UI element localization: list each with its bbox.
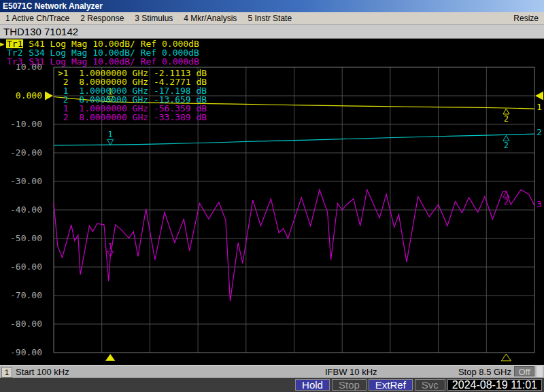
y-axis-label: -70.00	[10, 290, 42, 300]
marker-2-label: 2	[504, 197, 509, 207]
start-frequency-label[interactable]: Start 100 kHz	[16, 366, 69, 378]
y-axis-label: -50.00	[10, 233, 42, 243]
ref-level-arrow-right-icon[interactable]	[535, 92, 543, 101]
menu-item-1[interactable]: 1 Active Ch/Trace	[0, 14, 75, 23]
marker-2-glyph[interactable]	[503, 135, 509, 141]
marker-2-glyph[interactable]	[503, 109, 509, 114]
stimulus-marker-2[interactable]	[501, 354, 511, 361]
marker-2-label: 2	[504, 141, 509, 150]
y-axis-label: -10.00	[10, 119, 42, 129]
marker-1-label: 1	[108, 242, 113, 251]
trace-number-label-3: 3	[537, 199, 542, 209]
sweep-off-button[interactable]: Off	[514, 366, 534, 376]
marker-2-label: 2	[504, 114, 509, 124]
trace-number-label-2: 2	[537, 127, 542, 137]
trace-def-tr3[interactable]: Tr3 S31 Log Mag 10.00dB/ Ref 0.000dB	[0, 57, 199, 66]
title-bar: E5071C Network Analyzer	[0, 0, 544, 12]
instrument-label-bar: THD130 710142	[0, 25, 544, 39]
status-datetime: 2024-08-19 11:01	[447, 379, 542, 391]
y-axis-label: -60.00	[10, 262, 42, 272]
menu-item-2[interactable]: 2 Response	[75, 14, 129, 23]
menu-items: 1 Active Ch/Trace2 Response3 Stimulus4 M…	[0, 14, 297, 23]
trace-definitions: ▶Tr1 S41 Log Mag 10.00dB/ Ref 0.000dB Tr…	[0, 39, 199, 66]
trace-arrow-placeholder	[0, 57, 6, 66]
channel-number[interactable]: 1	[1, 367, 12, 378]
y-axis-label: -40.00	[10, 204, 42, 215]
ref-level-arrow-left-icon[interactable]	[45, 92, 53, 101]
status-bar: 2024-08-19 11:01 HoldStopExtRefSvc	[0, 378, 544, 392]
status-stop: Stop	[332, 379, 367, 391]
menu-item-5[interactable]: 5 Instr State	[242, 14, 297, 23]
status-extref: ExtRef	[369, 379, 413, 391]
application-window: E5071C Network Analyzer 1 Active Ch/Trac…	[0, 0, 544, 392]
resize-button[interactable]: Resize	[508, 14, 544, 23]
screen: 10.000.000-10.00-20.00-30.00-40.00-50.00…	[0, 39, 544, 365]
ifbw-label[interactable]: IFBW 10 kHz	[325, 366, 377, 378]
trace-name: Tr3	[6, 57, 23, 66]
menu-item-3[interactable]: 3 Stimulus	[129, 14, 178, 23]
trace-params: S31 Log Mag 10.00dB/ Ref 0.000dB	[23, 57, 199, 66]
stop-frequency-label[interactable]: Stop 8.5 GHz	[458, 366, 511, 378]
y-axis-label: -80.00	[10, 319, 42, 329]
status-svc: Svc	[415, 379, 445, 391]
y-axis-label: 0.000	[16, 90, 42, 101]
y-axis-label: -20.00	[10, 147, 42, 158]
active-trace-arrow-icon: ▶	[0, 39, 6, 48]
stimulus-marker-1[interactable]	[105, 354, 115, 361]
marker-1-label: 1	[108, 130, 113, 139]
trace-number-label-1: 1	[537, 102, 542, 112]
instrument-label: THD130 710142	[3, 26, 78, 37]
trace-arrow-placeholder	[0, 48, 6, 57]
y-axis-label: -90.00	[10, 347, 42, 357]
marker-1-glyph[interactable]	[107, 139, 114, 145]
marker-readout-row: 2 8.0000000 GHz -33.389 dB	[58, 113, 207, 122]
status-hold: Hold	[295, 379, 330, 391]
menu-item-4[interactable]: 4 Mkr/Analysis	[178, 14, 242, 23]
menu-bar: 1 Active Ch/Trace2 Response3 Stimulus4 M…	[0, 12, 544, 25]
marker-readout: >1 1.0000000 GHz -2.1113 dB 2 8.0000000 …	[58, 69, 207, 122]
stimulus-bar: 1 Start 100 kHz IFBW 10 kHz Stop 8.5 GHz…	[0, 365, 544, 378]
corner-box	[537, 366, 543, 377]
window-title: E5071C Network Analyzer	[3, 1, 103, 11]
y-axis-label: -30.00	[10, 176, 42, 186]
